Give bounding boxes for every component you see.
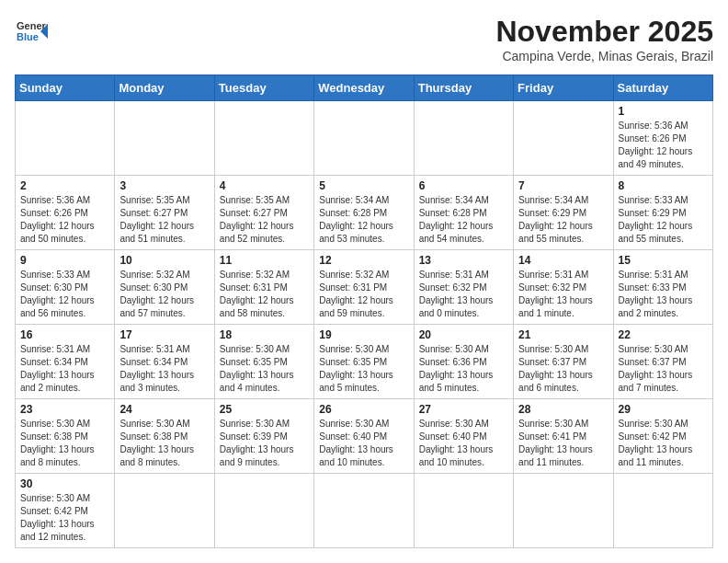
calendar-cell: 2Sunrise: 5:36 AM Sunset: 6:26 PM Daylig… [16, 176, 115, 250]
day-info: Sunrise: 5:36 AM Sunset: 6:26 PM Dayligh… [619, 120, 708, 171]
day-info: Sunrise: 5:30 AM Sunset: 6:39 PM Dayligh… [220, 418, 309, 469]
day-info: Sunrise: 5:30 AM Sunset: 6:42 PM Dayligh… [619, 418, 708, 469]
weekday-friday: Friday [514, 75, 613, 101]
day-info: Sunrise: 5:35 AM Sunset: 6:27 PM Dayligh… [220, 194, 309, 246]
day-number: 3 [119, 179, 209, 192]
day-info: Sunrise: 5:30 AM Sunset: 6:38 PM Dayligh… [20, 418, 109, 469]
day-info: Sunrise: 5:35 AM Sunset: 6:27 PM Dayligh… [119, 194, 209, 246]
day-number: 10 [119, 254, 209, 267]
calendar-cell: 28Sunrise: 5:30 AM Sunset: 6:41 PM Dayli… [514, 399, 613, 474]
weekday-thursday: Thursday [414, 75, 513, 101]
calendar-cell: 9Sunrise: 5:33 AM Sunset: 6:30 PM Daylig… [16, 250, 115, 325]
week-row-6: 30Sunrise: 5:30 AM Sunset: 6:42 PM Dayli… [16, 474, 713, 548]
calendar-cell [214, 474, 313, 548]
day-number: 9 [20, 254, 109, 267]
calendar-cell: 26Sunrise: 5:30 AM Sunset: 6:40 PM Dayli… [314, 399, 414, 474]
calendar-cell [514, 474, 613, 548]
calendar-cell [514, 101, 613, 176]
day-number: 17 [119, 328, 209, 341]
day-info: Sunrise: 5:30 AM Sunset: 6:35 PM Dayligh… [319, 343, 408, 395]
calendar-cell: 22Sunrise: 5:30 AM Sunset: 6:37 PM Dayli… [613, 325, 712, 399]
calendar-cell: 13Sunrise: 5:31 AM Sunset: 6:32 PM Dayli… [414, 250, 513, 325]
title-area: November 2025 Campina Verde, Minas Gerai… [495, 15, 713, 63]
day-info: Sunrise: 5:30 AM Sunset: 6:36 PM Dayligh… [419, 343, 508, 395]
day-info: Sunrise: 5:30 AM Sunset: 6:37 PM Dayligh… [619, 343, 708, 395]
day-info: Sunrise: 5:30 AM Sunset: 6:42 PM Dayligh… [20, 492, 109, 544]
day-number: 11 [220, 254, 309, 267]
calendar-cell [613, 474, 712, 548]
calendar-cell: 7Sunrise: 5:34 AM Sunset: 6:29 PM Daylig… [514, 176, 613, 250]
week-row-1: 1Sunrise: 5:36 AM Sunset: 6:26 PM Daylig… [16, 101, 713, 176]
day-number: 26 [319, 403, 408, 416]
calendar-cell [214, 101, 313, 176]
day-number: 27 [419, 403, 508, 416]
calendar: SundayMondayTuesdayWednesdayThursdayFrid… [15, 75, 713, 548]
calendar-cell: 27Sunrise: 5:30 AM Sunset: 6:40 PM Dayli… [414, 399, 513, 474]
day-number: 12 [319, 254, 408, 267]
day-info: Sunrise: 5:30 AM Sunset: 6:40 PM Dayligh… [319, 418, 408, 469]
calendar-cell: 10Sunrise: 5:32 AM Sunset: 6:30 PM Dayli… [115, 250, 214, 325]
day-info: Sunrise: 5:34 AM Sunset: 6:28 PM Dayligh… [319, 194, 408, 246]
week-row-5: 23Sunrise: 5:30 AM Sunset: 6:38 PM Dayli… [16, 399, 713, 474]
calendar-cell: 5Sunrise: 5:34 AM Sunset: 6:28 PM Daylig… [314, 176, 414, 250]
calendar-cell: 14Sunrise: 5:31 AM Sunset: 6:32 PM Dayli… [514, 250, 613, 325]
day-number: 29 [619, 403, 708, 416]
day-number: 5 [319, 179, 408, 192]
calendar-cell: 15Sunrise: 5:31 AM Sunset: 6:33 PM Dayli… [613, 250, 712, 325]
day-info: Sunrise: 5:30 AM Sunset: 6:37 PM Dayligh… [518, 343, 608, 395]
day-info: Sunrise: 5:33 AM Sunset: 6:29 PM Dayligh… [619, 194, 708, 246]
day-number: 23 [20, 403, 109, 416]
calendar-cell: 12Sunrise: 5:32 AM Sunset: 6:31 PM Dayli… [314, 250, 414, 325]
day-number: 16 [20, 328, 109, 341]
day-number: 6 [419, 179, 508, 192]
day-info: Sunrise: 5:32 AM Sunset: 6:30 PM Dayligh… [119, 269, 209, 320]
day-info: Sunrise: 5:30 AM Sunset: 6:40 PM Dayligh… [419, 418, 508, 469]
day-number: 24 [119, 403, 209, 416]
calendar-cell: 19Sunrise: 5:30 AM Sunset: 6:35 PM Dayli… [314, 325, 414, 399]
day-number: 30 [20, 477, 109, 490]
day-number: 22 [619, 328, 708, 341]
calendar-cell [314, 101, 414, 176]
month-title: November 2025 [495, 15, 713, 49]
calendar-cell: 8Sunrise: 5:33 AM Sunset: 6:29 PM Daylig… [613, 176, 712, 250]
day-info: Sunrise: 5:31 AM Sunset: 6:33 PM Dayligh… [619, 269, 708, 320]
svg-text:Blue: Blue [17, 31, 39, 42]
day-info: Sunrise: 5:36 AM Sunset: 6:26 PM Dayligh… [20, 194, 109, 246]
day-info: Sunrise: 5:31 AM Sunset: 6:32 PM Dayligh… [518, 269, 608, 320]
weekday-saturday: Saturday [613, 75, 712, 101]
day-info: Sunrise: 5:31 AM Sunset: 6:34 PM Dayligh… [119, 343, 209, 395]
calendar-cell: 24Sunrise: 5:30 AM Sunset: 6:38 PM Dayli… [115, 399, 214, 474]
calendar-cell: 6Sunrise: 5:34 AM Sunset: 6:28 PM Daylig… [414, 176, 513, 250]
day-info: Sunrise: 5:30 AM Sunset: 6:38 PM Dayligh… [119, 418, 209, 469]
calendar-cell [115, 474, 214, 548]
calendar-cell [414, 474, 513, 548]
day-number: 2 [20, 179, 109, 192]
header: General Blue November 2025 Campina Verde… [15, 15, 713, 63]
calendar-cell: 1Sunrise: 5:36 AM Sunset: 6:26 PM Daylig… [613, 101, 712, 176]
day-number: 13 [419, 254, 508, 267]
weekday-monday: Monday [115, 75, 214, 101]
weekday-sunday: Sunday [16, 75, 115, 101]
day-info: Sunrise: 5:32 AM Sunset: 6:31 PM Dayligh… [319, 269, 408, 320]
calendar-cell: 17Sunrise: 5:31 AM Sunset: 6:34 PM Dayli… [115, 325, 214, 399]
day-info: Sunrise: 5:32 AM Sunset: 6:31 PM Dayligh… [220, 269, 309, 320]
day-info: Sunrise: 5:30 AM Sunset: 6:41 PM Dayligh… [518, 418, 608, 469]
calendar-cell: 21Sunrise: 5:30 AM Sunset: 6:37 PM Dayli… [514, 325, 613, 399]
calendar-cell: 20Sunrise: 5:30 AM Sunset: 6:36 PM Dayli… [414, 325, 513, 399]
day-number: 20 [419, 328, 508, 341]
day-number: 25 [220, 403, 309, 416]
day-info: Sunrise: 5:31 AM Sunset: 6:34 PM Dayligh… [20, 343, 109, 395]
calendar-cell: 11Sunrise: 5:32 AM Sunset: 6:31 PM Dayli… [214, 250, 313, 325]
weekday-header-row: SundayMondayTuesdayWednesdayThursdayFrid… [16, 75, 713, 101]
calendar-cell: 16Sunrise: 5:31 AM Sunset: 6:34 PM Dayli… [16, 325, 115, 399]
calendar-cell: 4Sunrise: 5:35 AM Sunset: 6:27 PM Daylig… [214, 176, 313, 250]
day-number: 1 [619, 105, 708, 118]
week-row-3: 9Sunrise: 5:33 AM Sunset: 6:30 PM Daylig… [16, 250, 713, 325]
week-row-2: 2Sunrise: 5:36 AM Sunset: 6:26 PM Daylig… [16, 176, 713, 250]
calendar-cell: 25Sunrise: 5:30 AM Sunset: 6:39 PM Dayli… [214, 399, 313, 474]
weekday-wednesday: Wednesday [314, 75, 414, 101]
calendar-cell: 30Sunrise: 5:30 AM Sunset: 6:42 PM Dayli… [16, 474, 115, 548]
day-info: Sunrise: 5:33 AM Sunset: 6:30 PM Dayligh… [20, 269, 109, 320]
calendar-cell [414, 101, 513, 176]
day-info: Sunrise: 5:34 AM Sunset: 6:28 PM Dayligh… [419, 194, 508, 246]
